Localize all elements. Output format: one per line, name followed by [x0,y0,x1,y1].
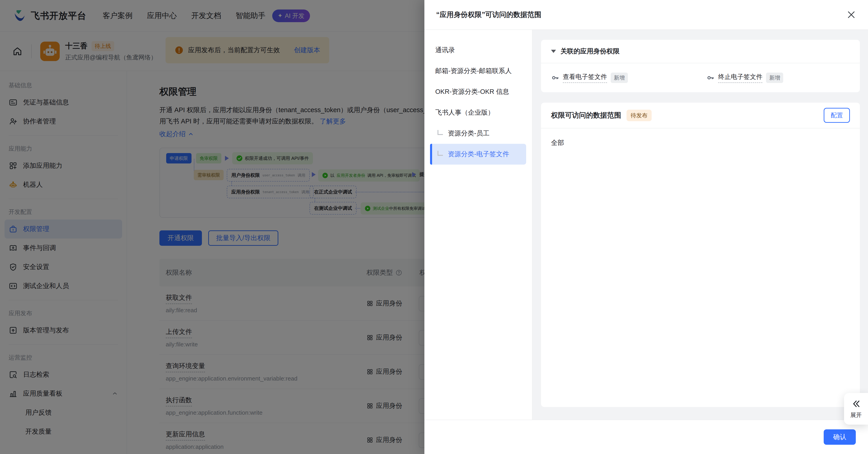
permission-item: 查看电子签文件 新增 [551,72,706,83]
data-scope-value: 全部 [541,128,860,157]
drawer-content: 关联的应用身份权限 查看电子签文件 新增 终止电子签文件 新增 [532,30,868,420]
data-scope-title: 权限可访问的数据范围 [551,111,621,120]
drawer-title: “应用身份权限”可访问的数据范围 [436,10,541,20]
menu-item-contacts[interactable]: 通讯录 [430,40,526,61]
caret-down-icon [551,50,556,53]
data-scope-card: 权限可访问的数据范围 待发布 配置 全部 [541,103,860,407]
pending-publish-badge: 待发布 [626,110,652,121]
tree-branch-icon [437,130,443,135]
configure-button[interactable]: 配置 [824,108,850,123]
permission-link[interactable]: 查看电子签文件 [563,72,607,83]
new-badge: 新增 [766,72,783,83]
menu-item-employee[interactable]: 资源分类-员工 [430,123,526,144]
menu-item-mail-contacts[interactable]: 邮箱-资源分类-邮箱联系人 [430,61,526,81]
confirm-button[interactable]: 确认 [824,429,856,445]
new-badge: 新增 [611,72,628,83]
expand-tab[interactable]: 展开 [844,393,868,425]
tree-branch-icon [437,151,443,156]
permission-item: 终止电子签文件 新增 [706,72,862,83]
data-scope-header: 权限可访问的数据范围 待发布 配置 [541,103,860,128]
menu-item-esign-files[interactable]: 资源分类-电子签文件 [430,144,526,164]
drawer-footer: 确认 [424,420,868,454]
drawer-body: 通讯录 邮箱-资源分类-邮箱联系人 OKR-资源分类-OKR 信息 飞书人事（企… [424,30,868,420]
key-icon [706,74,714,82]
associated-permissions-list: 查看电子签文件 新增 终止电子签文件 新增 [541,63,860,92]
menu-item-people-enterprise[interactable]: 飞书人事（企业版） [430,102,526,123]
permission-link[interactable]: 终止电子签文件 [718,72,763,83]
menu-item-okr-info[interactable]: OKR-资源分类-OKR 信息 [430,81,526,102]
data-scope-drawer: “应用身份权限”可访问的数据范围 通讯录 邮箱-资源分类-邮箱联系人 OKR-资… [424,0,868,454]
associated-permissions-toggle[interactable]: 关联的应用身份权限 [541,40,860,63]
associated-permissions-title: 关联的应用身份权限 [560,47,620,56]
close-icon[interactable] [846,10,856,20]
expand-label: 展开 [850,411,862,419]
associated-permissions-card: 关联的应用身份权限 查看电子签文件 新增 终止电子签文件 新增 [541,40,860,92]
double-chevron-left-icon [851,399,861,408]
drawer-header: “应用身份权限”可访问的数据范围 [424,0,868,30]
key-icon [551,74,559,82]
drawer-menu: 通讯录 邮箱-资源分类-邮箱联系人 OKR-资源分类-OKR 信息 飞书人事（企… [424,30,532,420]
